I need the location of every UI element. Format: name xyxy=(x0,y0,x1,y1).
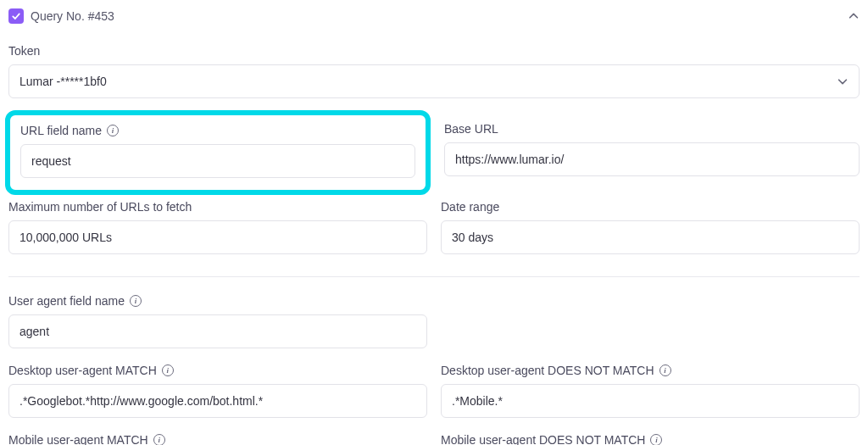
info-icon[interactable]: i xyxy=(659,364,671,376)
max-urls-label: Maximum number of URLs to fetch xyxy=(8,200,427,214)
query-title: Query No. #453 xyxy=(31,9,114,23)
desktop-ua-not-match-input[interactable] xyxy=(441,384,860,418)
desktop-ua-match-input[interactable] xyxy=(8,384,427,418)
query-check-icon xyxy=(8,8,24,24)
ua-field-name-label: User agent field name i xyxy=(8,294,427,308)
date-range-input[interactable] xyxy=(441,220,860,254)
mobile-ua-not-match-label: Mobile user-agent DOES NOT MATCH i xyxy=(441,433,860,445)
desktop-ua-not-match-label: Desktop user-agent DOES NOT MATCH i xyxy=(441,364,860,377)
info-icon[interactable]: i xyxy=(107,125,119,136)
section-divider xyxy=(8,276,860,277)
chevron-down-icon xyxy=(837,75,849,87)
token-value: Lumar -*****1bf0 xyxy=(19,75,107,88)
url-field-name-highlight: URL field name i xyxy=(5,110,431,195)
chevron-up-icon xyxy=(848,10,860,22)
url-field-name-input[interactable] xyxy=(20,144,415,178)
base-url-label: Base URL xyxy=(444,122,860,136)
mobile-ua-match-label: Mobile user-agent MATCH i xyxy=(8,433,427,445)
collapse-toggle[interactable] xyxy=(848,10,860,22)
token-label: Token xyxy=(8,44,860,58)
info-icon[interactable]: i xyxy=(162,364,174,376)
desktop-ua-match-label: Desktop user-agent MATCH i xyxy=(8,364,427,377)
info-icon[interactable]: i xyxy=(153,434,165,445)
token-select[interactable]: Lumar -*****1bf0 xyxy=(8,64,860,98)
ua-field-name-input[interactable] xyxy=(8,314,427,348)
max-urls-input[interactable] xyxy=(8,220,427,254)
info-icon[interactable]: i xyxy=(130,295,142,307)
date-range-label: Date range xyxy=(441,200,860,214)
url-field-name-label: URL field name i xyxy=(20,124,415,137)
info-icon[interactable]: i xyxy=(650,434,662,445)
base-url-input[interactable] xyxy=(444,142,860,176)
